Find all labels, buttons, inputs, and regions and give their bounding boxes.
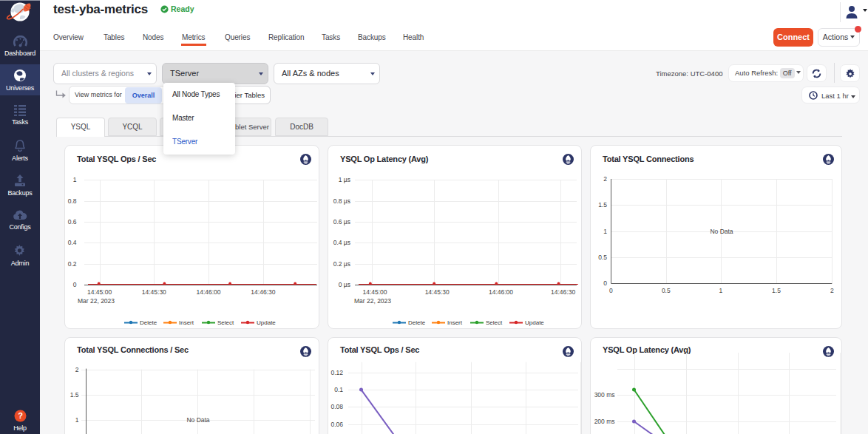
- svg-text:0.6 µs: 0.6 µs: [333, 218, 350, 226]
- svg-text:0: 0: [609, 287, 613, 294]
- svg-text:14:46:00: 14:46:00: [196, 288, 220, 296]
- svg-text:0.4 µs: 0.4 µs: [333, 239, 350, 246]
- svg-text:0.6: 0.6: [68, 218, 77, 226]
- svg-text:2: 2: [830, 287, 834, 294]
- svg-text:Update: Update: [525, 319, 544, 326]
- svg-text:No Data: No Data: [710, 228, 733, 235]
- svg-text:Delete: Delete: [140, 319, 157, 326]
- svg-text:0.8: 0.8: [68, 197, 77, 205]
- svg-text:0: 0: [603, 279, 607, 287]
- svg-text:Update: Update: [257, 319, 276, 326]
- svg-text:1: 1: [75, 416, 79, 424]
- svg-text:0.1: 0.1: [334, 386, 343, 393]
- svg-text:0.4: 0.4: [68, 239, 77, 246]
- svg-text:300 ms: 300 ms: [594, 391, 615, 399]
- svg-text:1 µs: 1 µs: [339, 176, 350, 183]
- svg-text:1: 1: [73, 176, 77, 183]
- svg-text:1.5: 1.5: [772, 287, 781, 294]
- svg-text:0.12: 0.12: [330, 369, 343, 376]
- svg-text:1: 1: [603, 228, 607, 235]
- svg-text:2: 2: [75, 366, 79, 373]
- svg-text:0.08: 0.08: [330, 403, 343, 410]
- svg-text:Mar 22, 2023: Mar 22, 2023: [354, 297, 391, 305]
- svg-text:0: 0: [73, 281, 77, 288]
- svg-text:14:46:30: 14:46:30: [251, 288, 275, 296]
- svg-text:14:46:00: 14:46:00: [489, 288, 513, 296]
- svg-text:Insert: Insert: [447, 319, 463, 326]
- svg-text:0.2: 0.2: [68, 260, 77, 268]
- svg-text:14:45:00: 14:45:00: [362, 288, 387, 296]
- svg-text:14:45:30: 14:45:30: [425, 288, 450, 296]
- svg-text:2: 2: [603, 175, 607, 183]
- svg-text:14:46:30: 14:46:30: [551, 288, 575, 296]
- svg-text:200 ms: 200 ms: [594, 418, 615, 425]
- svg-text:0 µs: 0 µs: [339, 281, 350, 288]
- svg-text:Select: Select: [486, 319, 503, 326]
- svg-text:1.5: 1.5: [70, 391, 79, 399]
- svg-text:No Data: No Data: [186, 416, 209, 424]
- svg-text:14:45:30: 14:45:30: [142, 288, 166, 296]
- svg-text:0.5: 0.5: [598, 254, 607, 261]
- svg-text:0.5: 0.5: [662, 287, 671, 294]
- svg-text:0.2 µs: 0.2 µs: [333, 260, 350, 268]
- svg-text:1: 1: [719, 287, 722, 294]
- svg-text:Delete: Delete: [408, 319, 426, 326]
- svg-text:1.5: 1.5: [598, 201, 607, 208]
- svg-text:0.06: 0.06: [330, 421, 343, 428]
- svg-text:?: ?: [18, 411, 23, 420]
- svg-text:Select: Select: [217, 319, 234, 326]
- svg-text:Mar 22, 2023: Mar 22, 2023: [78, 297, 115, 305]
- svg-text:Insert: Insert: [179, 319, 194, 326]
- svg-text:0.8 µs: 0.8 µs: [333, 197, 350, 205]
- svg-text:14:45:00: 14:45:00: [87, 288, 112, 296]
